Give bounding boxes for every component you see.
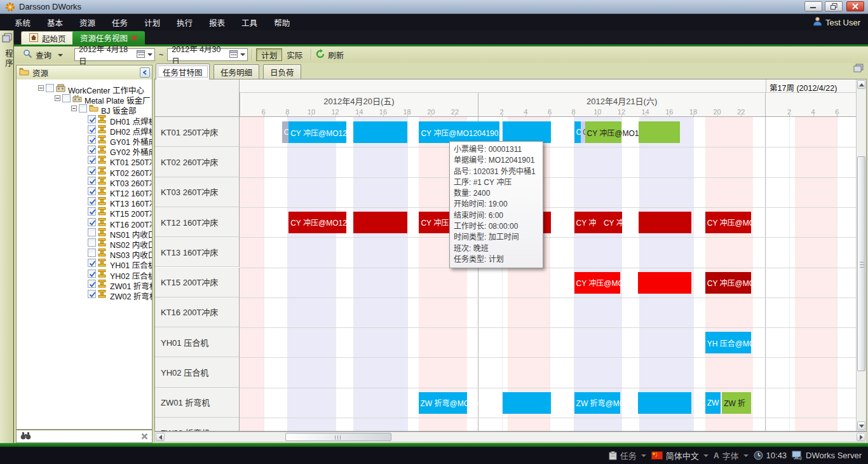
menu-item-1[interactable]: 系统: [6, 13, 39, 32]
vscroll-thumb[interactable]: [857, 156, 865, 371]
tree-checkbox[interactable]: [88, 135, 96, 144]
tree-checkbox[interactable]: [88, 218, 96, 226]
tree-item[interactable]: ZW02 折弯机: [17, 289, 152, 299]
search-dropdown-icon[interactable]: [58, 54, 63, 57]
tree-item[interactable]: Metal Plate 钣金厂: [17, 93, 152, 104]
tree-checkbox[interactable]: [88, 228, 96, 236]
date-to-input[interactable]: 2012年 4月30日: [167, 48, 248, 61]
collapse-panel-button[interactable]: [140, 67, 150, 78]
gantt-task-bar[interactable]: CY 冲压@MO12041901: [288, 121, 346, 143]
menu-item-7[interactable]: 报表: [201, 13, 233, 32]
tree-checkbox[interactable]: [88, 115, 96, 123]
status-task-menu[interactable]: 任务: [609, 449, 646, 461]
menu-item-5[interactable]: 计划: [136, 13, 168, 32]
gantt-task-bar[interactable]: [639, 212, 691, 233]
tree-checkbox[interactable]: [88, 156, 96, 164]
tree-item[interactable]: NS02 内收口机: [17, 238, 152, 248]
gantt-task-bar[interactable]: CY 冲压@MO12041904: [288, 212, 346, 233]
tree-checkbox[interactable]: [88, 187, 96, 195]
tree-item[interactable]: KT16 200T冲床: [17, 217, 152, 228]
gantt-task-bar[interactable]: [639, 121, 680, 143]
tree-item[interactable]: WorkCenter 工作中心: [17, 83, 152, 93]
tree-checkbox[interactable]: [88, 146, 96, 154]
tree-item[interactable]: NS03 内收口机: [17, 248, 152, 258]
calendar-icon[interactable]: [229, 50, 238, 60]
tree-item[interactable]: KT02 260T冲床: [17, 166, 152, 176]
refresh-button[interactable]: 刷新: [328, 49, 344, 61]
search-button[interactable]: 查询: [36, 49, 51, 61]
gantt-task-bar[interactable]: ZW 折弯@MO12041901: [419, 392, 467, 414]
gantt-task-bar[interactable]: [638, 392, 691, 414]
menu-item-4[interactable]: 任务: [104, 13, 136, 32]
tree-checkbox[interactable]: [46, 84, 54, 92]
gantt-task-bar[interactable]: CY 冲压@MO1: [705, 272, 751, 294]
vertical-scrollbar[interactable]: [856, 79, 866, 431]
tree-checkbox[interactable]: [88, 238, 96, 247]
gantt-task-bar[interactable]: CY 冲压@MO12041904: [602, 212, 622, 233]
gantt-task-bar[interactable]: CY 冲压@MO12041901: [419, 121, 499, 143]
tree-item[interactable]: YH01 压合机: [17, 258, 152, 268]
hscroll-thumb[interactable]: [285, 433, 391, 441]
gantt-task-bar[interactable]: C: [581, 121, 585, 143]
gantt-task-bar[interactable]: [503, 121, 550, 143]
tree-item[interactable]: GY01 外桶成型机: [17, 135, 152, 145]
tree-checkbox[interactable]: [88, 249, 96, 257]
refresh-icon[interactable]: [315, 49, 325, 61]
minimize-button[interactable]: [804, 1, 822, 11]
gantt-task-bar[interactable]: [353, 212, 407, 233]
gantt-task-bar[interactable]: YH 压合@MO1: [705, 332, 751, 353]
tree-checkbox[interactable]: [88, 167, 96, 175]
date-from-input[interactable]: 2012年 4月18日: [74, 48, 155, 61]
tree-item[interactable]: NS01 内收口机: [17, 228, 152, 238]
tree-item[interactable]: DH01 点焊机: [17, 114, 152, 125]
scroll-up-button[interactable]: [857, 80, 865, 89]
tree-checkbox[interactable]: [88, 290, 96, 298]
gantt-task-bar[interactable]: CY 冲压@MO12041903: [574, 272, 620, 294]
calendar-icon[interactable]: [137, 50, 145, 60]
tree-item[interactable]: DH02 点焊机: [17, 125, 152, 135]
menu-item-2[interactable]: 基本: [39, 13, 71, 32]
gantt-task-bar[interactable]: CY 冲压@MO1: [705, 212, 751, 233]
restore-button[interactable]: [825, 1, 843, 11]
tree-item[interactable]: KT15 200T冲床: [17, 207, 152, 217]
tree-expander-icon[interactable]: [55, 95, 60, 101]
tree-checkbox[interactable]: [88, 259, 96, 267]
clear-filter-icon[interactable]: [141, 431, 148, 442]
tree-item[interactable]: YH02 压合机: [17, 269, 152, 279]
tree-item[interactable]: KT03 260T冲床: [17, 176, 152, 186]
status-font-menu[interactable]: A 字体: [714, 449, 749, 461]
tree-item[interactable]: KT01 250T冲床: [17, 155, 152, 165]
menu-item-3[interactable]: 资源: [71, 13, 104, 32]
gantt-task-bar[interactable]: [353, 121, 407, 143]
tab-home-page[interactable]: 起始页: [21, 31, 74, 44]
horizontal-scrollbar[interactable]: [154, 432, 867, 442]
program-strip-label[interactable]: 程序: [3, 50, 15, 68]
tree-expander-icon[interactable]: [71, 106, 77, 111]
panes-icon[interactable]: [2, 33, 12, 46]
tree-filter-bar[interactable]: [16, 430, 153, 443]
menu-item-6[interactable]: 执行: [168, 13, 201, 32]
tree-checkbox[interactable]: [88, 207, 96, 215]
tree-checkbox[interactable]: [88, 270, 96, 278]
tree-checkbox[interactable]: [79, 104, 87, 113]
gantt-tab-2[interactable]: 任务明细: [214, 64, 259, 79]
tree-expander-icon[interactable]: [38, 85, 44, 91]
scroll-right-button[interactable]: [857, 433, 865, 441]
tree-item[interactable]: KT13 160T冲床: [17, 196, 152, 207]
tab-overflow-icon[interactable]: [853, 63, 864, 76]
tree-checkbox[interactable]: [62, 94, 71, 102]
status-language-menu[interactable]: 简体中文: [651, 449, 709, 461]
menu-item-9[interactable]: 帮助: [266, 13, 298, 32]
gantt-tab-3[interactable]: 日负荷: [263, 64, 301, 79]
gantt-task-bar[interactable]: [638, 272, 691, 294]
tree-item[interactable]: KT12 160T冲床: [17, 186, 152, 196]
gantt-tab-1[interactable]: 任务甘特图: [156, 64, 210, 79]
menu-item-8[interactable]: 工具: [233, 13, 266, 32]
plan-toggle-button[interactable]: 计划: [256, 48, 282, 61]
gantt-task-bar[interactable]: [503, 392, 550, 414]
close-button[interactable]: [846, 1, 864, 11]
gantt-task-bar[interactable]: CY 冲: [574, 212, 602, 233]
gantt-task-bar[interactable]: ZW 折: [722, 392, 751, 414]
date-from-dropdown-icon[interactable]: [147, 53, 153, 56]
scroll-left-button[interactable]: [156, 433, 165, 441]
